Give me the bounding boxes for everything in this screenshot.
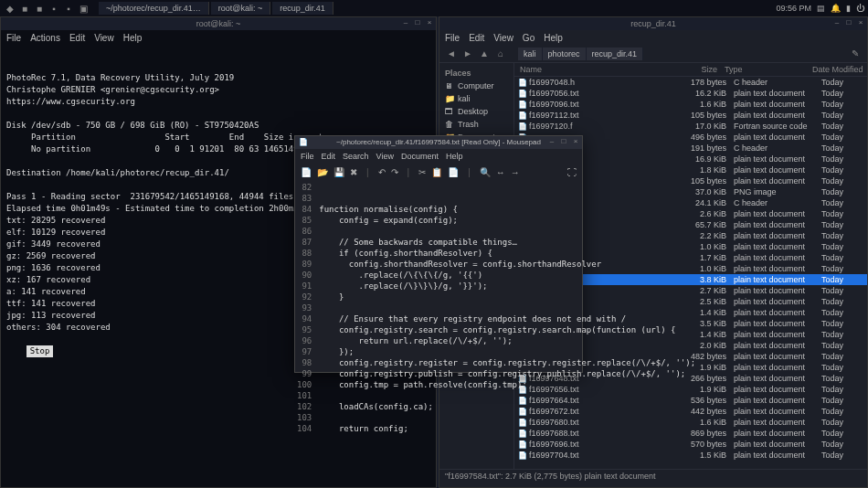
power-icon[interactable]: ⏻ [856,4,864,13]
filemanager-title: recup_dir.41 – □ × [439,17,867,30]
maximize-icon[interactable]: □ [559,137,568,146]
menu-item[interactable]: Help [544,33,563,43]
file-row[interactable]: 📄f16997056.txt16.2 KiBplain text documen… [514,88,867,99]
menu-item[interactable]: Help [446,152,463,161]
close-icon[interactable]: × [425,18,434,27]
clock: 09:56 PM [776,4,811,13]
maximize-icon[interactable]: □ [844,18,853,27]
editor-content[interactable]: 82 83 84 85 86 87 88 89 90 91 92 93 94 9… [295,180,582,436]
breadcrumb-item[interactable]: kali [518,48,543,60]
terminal-icon[interactable]: ▣ [77,2,90,15]
menu-item[interactable]: Edit [469,33,484,43]
minimize-icon[interactable]: – [401,18,410,27]
menu-item[interactable]: Actions [30,33,60,43]
forward-icon[interactable]: ► [461,48,474,60]
menu-item[interactable]: File [6,33,21,43]
redo-icon[interactable]: ↷ [391,167,398,177]
column-headers: Name Size Type Date Modified [514,63,867,77]
back-icon[interactable]: ◄ [445,48,458,60]
mousepad-toolbar: 📄 📂 💾 ✖ | ↶ ↷ | ✂ 📋 📄 | 🔍 ↔ → ⛶ [295,164,582,180]
taskbar: ◆ ■ ■ ▪ ▪ ▣ ~/photorec/recup_dir.41…root… [0,0,868,16]
place-item[interactable]: 🗑Trash [439,118,513,131]
tray-icon[interactable]: ▤ [817,4,825,13]
status-bar: "f16997584.txt": 2.7 KiB (2,775 bytes) p… [439,469,867,483]
taskbar-tab[interactable]: recup_dir.41 [272,2,333,15]
up-icon[interactable]: ▲ [478,48,491,60]
menu-item[interactable]: File [301,152,314,161]
menu-item[interactable]: View [376,152,394,161]
file-row[interactable]: 📄f16997096.txt1.6 KiBplain text document… [514,99,867,110]
cut-icon[interactable]: ✂ [418,167,426,177]
home-icon[interactable]: ⌂ [494,48,507,60]
menu-item[interactable]: View [94,33,114,43]
search-icon[interactable]: 🔍 [480,167,491,177]
goto-icon[interactable]: → [511,167,520,177]
breadcrumb-item[interactable]: recup_dir.41 [587,48,644,60]
fullscreen-icon[interactable]: ⛶ [567,167,577,177]
menu-item[interactable]: View [493,33,513,43]
menu-item[interactable]: Edit [69,33,85,43]
copy-icon[interactable]: 📋 [431,167,442,177]
battery-icon[interactable]: ▮ [846,4,851,13]
file-row[interactable]: 📄f16997120.f17.0 KiBFortran source codeT… [514,121,867,132]
editor-icon: 📄 [299,136,308,149]
kali-icon[interactable]: ◆ [4,2,16,15]
file-row[interactable]: 📄f16997696.txt570 bytesplain text docume… [514,439,867,450]
stop-button[interactable]: Stop [26,345,54,357]
app-icon[interactable]: ■ [33,2,46,15]
maximize-icon[interactable]: □ [413,18,422,27]
undo-icon[interactable]: ↶ [378,167,386,177]
close-icon[interactable]: ✖ [350,167,357,177]
app-icon[interactable]: ■ [18,2,31,15]
file-row[interactable]: 📄f16997112.txt105 bytesplain text docume… [514,110,867,121]
save-icon[interactable]: 💾 [333,167,344,177]
menu-item[interactable]: Edit [322,152,336,161]
new-icon[interactable]: 📄 [301,167,312,177]
breadcrumb-item[interactable]: photorec [543,48,587,60]
menu-item[interactable]: Document [401,152,439,161]
filemanager-toolbar: ◄ ► ▲ ⌂ kaliphotorecrecup_dir.41 ✎ [439,45,867,63]
minimize-icon[interactable]: – [832,18,842,27]
place-item[interactable]: 📁kali [439,92,513,105]
menu-item[interactable]: Go [523,33,535,43]
place-item[interactable]: 🖥Computer [439,80,513,92]
menu-item[interactable]: Search [343,152,369,161]
close-icon[interactable]: × [856,18,865,27]
replace-icon[interactable]: ↔ [496,167,505,177]
mousepad-title: 📄 ~/photorec/recup_dir.41/f16997584.txt … [295,136,582,149]
edit-path-icon[interactable]: ✎ [849,48,862,60]
taskbar-tab[interactable]: ~/photorec/recup_dir.41… [99,2,209,15]
app-icon[interactable]: ▪ [48,2,60,15]
places-header: Places [439,67,513,80]
menu-item[interactable]: Help [123,33,143,43]
app-icon[interactable]: ▪ [62,2,75,15]
file-row[interactable]: 📄f16997048.h178 bytesC headerToday [514,77,867,88]
open-icon[interactable]: 📂 [317,167,328,177]
terminal-title: root@kali: ~ – □ × [1,17,436,30]
menu-item[interactable]: File [445,33,460,43]
minimize-icon[interactable]: – [547,137,556,146]
bell-icon[interactable]: 🔔 [831,4,841,13]
mousepad-window: 📄 ~/photorec/recup_dir.41/f16997584.txt … [294,135,583,373]
paste-icon[interactable]: 📄 [448,167,459,177]
file-row[interactable]: 📄f16997704.txt1.5 KiBplain text document… [514,450,867,461]
breadcrumb: kaliphotorecrecup_dir.41 [518,48,643,60]
close-icon[interactable]: × [571,137,580,146]
taskbar-tab[interactable]: root@kali: ~ [211,2,270,15]
place-item[interactable]: 🗔Desktop [439,105,513,118]
